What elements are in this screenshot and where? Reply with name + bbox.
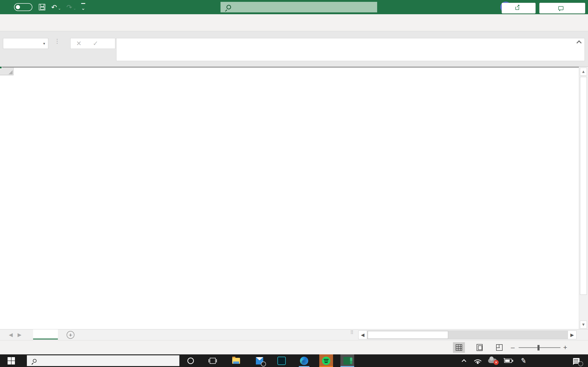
lightroom-icon [277, 357, 286, 365]
task-view-icon [210, 358, 216, 364]
search-icon [226, 5, 231, 9]
zoom-in-icon[interactable]: + [563, 344, 567, 351]
onedrive-error-icon [488, 359, 497, 363]
spotify-running-indicator [319, 366, 333, 367]
autosave-toggle[interactable] [14, 3, 32, 11]
cortana-icon [187, 358, 194, 364]
quick-access-toolbar-icon[interactable]: ▔⌄ [81, 5, 85, 9]
notification-badge [578, 361, 583, 366]
pen-button[interactable]: ✎ [518, 354, 529, 367]
lightroom-button[interactable] [275, 354, 288, 367]
edge-button[interactable] [297, 354, 311, 367]
ribbon-tab-bar [0, 14, 588, 31]
zoom-out-icon[interactable]: – [511, 344, 515, 351]
undo-icon[interactable]: ↶⌄ [51, 3, 61, 11]
comment-icon [558, 6, 563, 10]
comments-button[interactable] [539, 3, 585, 14]
normal-view-button[interactable] [453, 342, 465, 353]
formula-buttons: ✕ ✓ [70, 38, 115, 49]
cortana-button[interactable] [184, 354, 198, 367]
wifi-icon [474, 358, 482, 364]
tray-expand-button[interactable] [459, 354, 468, 367]
cancel-entry-icon[interactable]: ✕ [76, 40, 82, 47]
clock[interactable] [532, 354, 559, 367]
battery-button[interactable]: ⌁ [502, 354, 514, 367]
share-icon [515, 7, 519, 10]
horizontal-scroll-thumb[interactable] [368, 331, 448, 339]
autosave-toggle-knob [16, 5, 20, 9]
horizontal-scrollbar[interactable]: ◀ ▶ [358, 331, 577, 339]
page-break-view-button[interactable] [493, 342, 505, 353]
separator-dots: ⋮ [54, 40, 60, 42]
task-view-button[interactable] [206, 354, 220, 367]
vertical-scrollbar[interactable]: ▲ ▼ [579, 67, 588, 329]
formula-input[interactable] [116, 38, 585, 61]
mail-badge [261, 361, 266, 367]
sheet-nav-left-icon[interactable]: ◀ [7, 331, 15, 339]
page-layout-view-button[interactable] [474, 342, 485, 353]
vertical-scroll-thumb[interactable] [580, 77, 587, 295]
new-sheet-icon[interactable]: + [67, 331, 74, 339]
sheet-nav-right-icon[interactable]: ▶ [16, 331, 23, 339]
notification-icon [573, 358, 579, 364]
notification-center-button[interactable] [568, 354, 584, 367]
taskbar-search-icon [33, 359, 36, 363]
scroll-left-icon[interactable]: ◀ [359, 331, 367, 339]
share-button[interactable] [502, 3, 536, 14]
spotify-button[interactable] [319, 354, 333, 367]
excel-icon [343, 357, 351, 365]
taskbar-search-box[interactable] [27, 355, 179, 366]
name-box[interactable]: ▼ [3, 38, 48, 49]
scroll-up-icon[interactable]: ▲ [580, 68, 587, 75]
pen-icon: ✎ [520, 356, 527, 365]
spotify-icon [322, 357, 330, 365]
wifi-button[interactable] [473, 354, 483, 367]
excel-running-indicator [340, 366, 354, 367]
windows-taskbar: ⌁ ✎ [0, 354, 588, 367]
folder-icon [232, 358, 240, 364]
search-box[interactable] [221, 2, 377, 12]
excel-taskbar-button[interactable] [340, 354, 354, 367]
battery-charging-icon: ⌁ [504, 359, 512, 363]
selected-cell-outline [0, 67, 1, 68]
spreadsheet-grid: ▲ ▼ [0, 67, 588, 329]
file-explorer-button[interactable] [229, 354, 243, 367]
sheet-tab-editor[interactable] [33, 329, 58, 340]
scroll-down-icon[interactable]: ▼ [580, 321, 587, 328]
edge-running-indicator [299, 366, 309, 367]
collapse-formula-bar-icon[interactable] [577, 40, 582, 46]
formula-bar-strip: ▼ ⋮ ✕ ✓ [0, 31, 588, 67]
mail-button[interactable] [253, 354, 267, 367]
zoom-slider-thumb[interactable] [537, 345, 540, 350]
edge-icon [300, 357, 308, 365]
save-icon[interactable] [39, 4, 45, 10]
redo-icon: ↷⌄ [66, 3, 76, 11]
scrollbar-resize-handle[interactable]: ⁞⁞ [351, 331, 353, 333]
sheet-tab-bar: ◀ ▶ + ⁞⁞ ◀ ▶ [0, 329, 588, 340]
zoom-slider-track[interactable] [519, 347, 561, 348]
onedrive-button[interactable] [486, 354, 498, 367]
chevron-up-icon [462, 359, 466, 364]
start-button[interactable] [8, 357, 15, 365]
status-bar: – + [0, 340, 588, 354]
name-box-dropdown-icon[interactable]: ▼ [43, 42, 46, 45]
confirm-entry-icon[interactable]: ✓ [93, 40, 98, 47]
freeze-pane-divider [0, 67, 588, 68]
scroll-right-icon[interactable]: ▶ [568, 331, 576, 339]
